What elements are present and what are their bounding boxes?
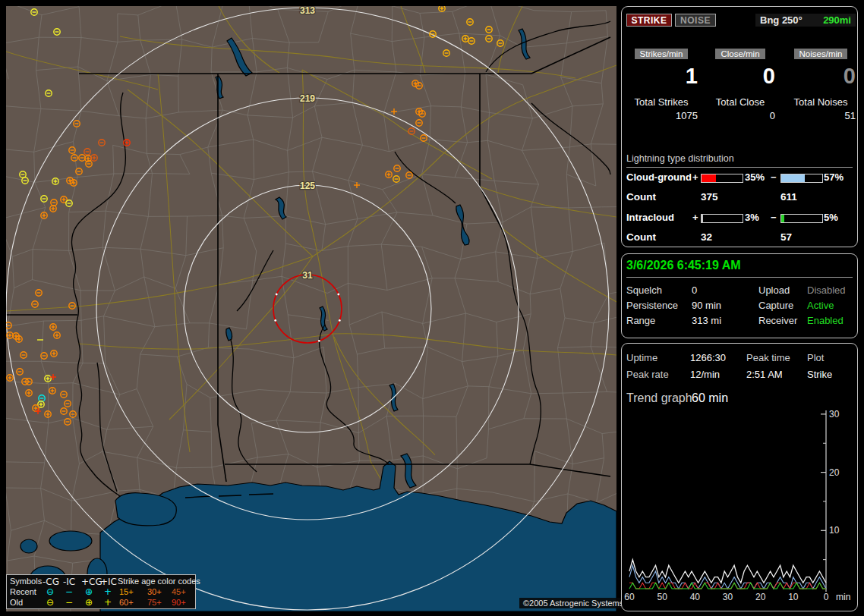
pos-cg-percent: 35% xyxy=(745,171,765,183)
x-axis-unit: min xyxy=(836,592,850,602)
total-noises-label: Total Noises xyxy=(786,96,856,108)
close-per-min-chip: Close/min xyxy=(715,49,765,59)
total-strikes-value: 1075 xyxy=(625,110,698,121)
capture-status: Active xyxy=(807,300,834,311)
ring-label: 31 xyxy=(302,270,313,281)
neg-ic-percent: 5% xyxy=(824,212,838,223)
ring-tick xyxy=(274,319,276,322)
pos-ic-bar xyxy=(701,214,743,223)
total-close-label: Total Close xyxy=(705,96,775,108)
y-tick-label: 30 xyxy=(829,409,840,420)
capture-label: Capture xyxy=(758,300,793,311)
cloud-ground-label: Cloud-ground xyxy=(626,171,693,183)
trend-window-value: 60 min xyxy=(692,391,728,405)
noises-column: Noises/min 0 Total Noises 51 xyxy=(786,46,856,121)
cg-pos-old-icon: ⊕ xyxy=(81,597,96,608)
cg-neg-old-icon: ⊖ xyxy=(43,597,58,608)
bearing-distance: 290mi xyxy=(823,14,851,26)
copyright-label: ©2005 Astrogenic Systems xyxy=(519,598,627,608)
pos-ic-count: 32 xyxy=(701,231,712,243)
strikes-per-min-value: 1 xyxy=(625,63,698,89)
age-60: 60+ xyxy=(119,598,140,607)
trend-series-pos_cg xyxy=(629,583,826,589)
trend-series-neg_cg xyxy=(629,565,826,589)
strike-button[interactable]: STRIKE xyxy=(626,14,672,27)
age-90: 90+ xyxy=(172,598,194,607)
map-legend: Symbols -CG -IC +CG +IC Strike age color… xyxy=(6,574,196,609)
cg-count-label: Count xyxy=(626,191,656,203)
persistence-label: Persistence xyxy=(626,300,678,311)
trend-panel: Uptime 1266:30 Peak time Plot Peak rate … xyxy=(621,343,858,611)
squelch-label: Squelch xyxy=(626,284,662,296)
pos-cg-bar xyxy=(701,174,743,183)
squelch-value: 0 xyxy=(692,284,697,296)
receiver-label: Receiver xyxy=(758,315,797,326)
ic-pos-recent-icon: + xyxy=(100,586,115,597)
trend-series-intracloud xyxy=(629,583,826,589)
range-label: Range xyxy=(626,315,655,326)
ring-tick xyxy=(318,340,320,342)
neg-ic-bar xyxy=(780,214,823,223)
pos-ic-percent: 3% xyxy=(745,212,759,223)
neg-ic-count: 57 xyxy=(780,231,792,243)
plot-label: Plot xyxy=(807,352,824,363)
pos-cg-count: 375 xyxy=(701,191,718,203)
uptime-label: Uptime xyxy=(626,352,657,363)
peak-rate-value: 12/min xyxy=(690,369,720,380)
divider xyxy=(626,277,853,278)
neg-cg-bar xyxy=(780,174,823,183)
peak-time-label: Peak time xyxy=(746,352,790,363)
peak-rate-label: Peak rate xyxy=(626,369,669,380)
receiver-status: Enabled xyxy=(807,315,844,326)
range-value: 313 mi xyxy=(692,315,721,326)
legend-symbols-header: Symbols xyxy=(10,577,42,586)
noises-per-min-chip: Noises/min xyxy=(794,49,848,59)
window-root: { "app": { "copyright": "©2005 Astrogeni… xyxy=(0,0,864,616)
persistence-value: 90 min xyxy=(692,300,721,311)
legend-old-label: Old xyxy=(10,598,23,607)
bearing-value: Bng 250° xyxy=(760,14,803,26)
strikes-per-min-chip: Strikes/min xyxy=(635,49,689,59)
cg-neg-recent-icon: ⊖ xyxy=(43,586,58,597)
clock-display: 3/6/2026 6:45:19 AM xyxy=(626,259,741,272)
total-noises-value: 51 xyxy=(786,110,856,121)
ring-label: 313 xyxy=(300,6,315,16)
ring-tick xyxy=(276,294,278,296)
plus-sign: + xyxy=(692,212,698,223)
trend-graph-label: Trend graph xyxy=(626,391,692,405)
ring-label: 219 xyxy=(300,93,315,104)
status-panel: 3/6/2026 6:45:19 AM Squelch 0 Upload Dis… xyxy=(621,253,858,338)
trend-graph: 1020306050403020100min xyxy=(622,344,857,611)
legend-recent-label: Recent xyxy=(10,587,36,596)
ring-label: 125 xyxy=(300,181,315,191)
x-tick-label: 40 xyxy=(690,592,701,602)
intracloud-label: Intracloud xyxy=(626,212,693,223)
ic-pos-old-icon: + xyxy=(100,597,115,608)
legend-col-pos-ic: +IC xyxy=(100,577,115,587)
y-tick-label: 10 xyxy=(829,525,840,536)
peak-time-value: 2:51 AM xyxy=(746,369,783,380)
ic-neg-old-icon: − xyxy=(61,597,77,608)
upload-label: Upload xyxy=(758,284,790,296)
noise-button[interactable]: NOISE xyxy=(675,14,716,27)
distribution-title: Lightning type distribution xyxy=(626,153,734,164)
close-column: Close/min 0 Total Close 0 xyxy=(705,46,775,121)
cg-pos-recent-icon: ⊕ xyxy=(81,586,96,597)
uptime-value: 1266:30 xyxy=(690,352,726,363)
minus-sign: − xyxy=(771,171,777,183)
trend-series-total xyxy=(629,560,826,583)
age-15: 15+ xyxy=(119,587,140,596)
x-tick-label: 30 xyxy=(723,592,733,602)
x-tick-label: 50 xyxy=(657,592,667,602)
strike-stats-panel: STRIKE NOISE Bng 250° 290mi Strikes/min … xyxy=(621,6,858,247)
legend-col-neg-ic: -IC xyxy=(61,577,77,587)
storm-map[interactable]: 31321912531 Symbols -CG -IC +CG +IC Stri… xyxy=(6,6,616,611)
y-tick-label: 20 xyxy=(829,467,840,478)
age-45: 45+ xyxy=(172,587,194,596)
ic-neg-recent-icon: − xyxy=(61,586,77,597)
neg-cg-percent: 57% xyxy=(824,171,844,183)
x-tick-label: 0 xyxy=(824,592,829,602)
legend-col-neg-cg: -CG xyxy=(43,577,58,587)
x-tick-label: 20 xyxy=(755,592,766,602)
upload-status: Disabled xyxy=(807,284,846,296)
